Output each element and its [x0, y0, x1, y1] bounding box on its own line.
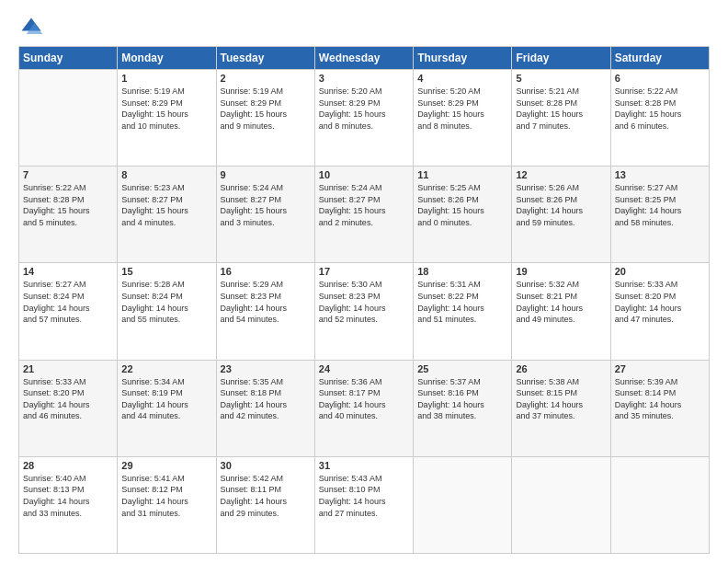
calendar-cell: 22Sunrise: 5:34 AM Sunset: 8:19 PM Dayli…	[118, 360, 216, 456]
calendar-cell: 18Sunrise: 5:31 AM Sunset: 8:22 PM Dayli…	[414, 263, 512, 360]
day-number: 6	[615, 73, 705, 84]
calendar-cell	[512, 456, 610, 553]
day-info: Sunrise: 5:31 AM Sunset: 8:22 PM Dayligh…	[417, 279, 507, 325]
day-info: Sunrise: 5:29 AM Sunset: 8:23 PM Dayligh…	[221, 279, 311, 325]
day-info: Sunrise: 5:24 AM Sunset: 8:27 PM Dayligh…	[221, 182, 311, 228]
day-number: 21	[23, 363, 113, 374]
day-info: Sunrise: 5:34 AM Sunset: 8:19 PM Dayligh…	[121, 376, 211, 422]
day-info: Sunrise: 5:37 AM Sunset: 8:16 PM Dayligh…	[417, 376, 507, 422]
day-info: Sunrise: 5:22 AM Sunset: 8:28 PM Dayligh…	[23, 182, 113, 228]
calendar-cell: 12Sunrise: 5:26 AM Sunset: 8:26 PM Dayli…	[512, 167, 610, 263]
day-number: 8	[121, 169, 211, 180]
day-number: 26	[516, 363, 606, 374]
header	[18, 15, 710, 40]
day-info: Sunrise: 5:24 AM Sunset: 8:27 PM Dayligh…	[319, 182, 409, 228]
calendar-cell: 29Sunrise: 5:41 AM Sunset: 8:12 PM Dayli…	[118, 456, 216, 553]
day-number: 12	[516, 169, 606, 180]
day-number: 5	[516, 73, 606, 84]
day-header-thursday: Thursday	[414, 47, 512, 70]
calendar-cell: 28Sunrise: 5:40 AM Sunset: 8:13 PM Dayli…	[19, 456, 118, 553]
day-number: 18	[417, 266, 507, 277]
day-info: Sunrise: 5:19 AM Sunset: 8:29 PM Dayligh…	[121, 86, 211, 132]
logo-icon	[18, 15, 44, 40]
week-row-1: 1Sunrise: 5:19 AM Sunset: 8:29 PM Daylig…	[19, 70, 710, 167]
day-info: Sunrise: 5:36 AM Sunset: 8:17 PM Dayligh…	[319, 376, 409, 422]
day-number: 29	[121, 460, 211, 471]
calendar-cell: 15Sunrise: 5:28 AM Sunset: 8:24 PM Dayli…	[118, 263, 216, 360]
calendar-cell: 30Sunrise: 5:42 AM Sunset: 8:11 PM Dayli…	[216, 456, 314, 553]
calendar-cell: 21Sunrise: 5:33 AM Sunset: 8:20 PM Dayli…	[19, 360, 118, 456]
header-row: SundayMondayTuesdayWednesdayThursdayFrid…	[19, 47, 710, 70]
day-number: 13	[615, 169, 705, 180]
day-info: Sunrise: 5:20 AM Sunset: 8:29 PM Dayligh…	[417, 86, 507, 132]
day-number: 15	[121, 266, 211, 277]
day-header-friday: Friday	[512, 47, 610, 70]
day-number: 30	[221, 460, 311, 471]
day-info: Sunrise: 5:43 AM Sunset: 8:10 PM Dayligh…	[319, 473, 409, 519]
day-number: 17	[319, 266, 409, 277]
day-info: Sunrise: 5:33 AM Sunset: 8:20 PM Dayligh…	[23, 376, 113, 422]
day-number: 19	[516, 266, 606, 277]
day-info: Sunrise: 5:35 AM Sunset: 8:18 PM Dayligh…	[221, 376, 311, 422]
calendar-cell: 8Sunrise: 5:23 AM Sunset: 8:27 PM Daylig…	[118, 167, 216, 263]
day-number: 11	[417, 169, 507, 180]
day-header-wednesday: Wednesday	[314, 47, 413, 70]
day-info: Sunrise: 5:32 AM Sunset: 8:21 PM Dayligh…	[516, 279, 606, 325]
calendar-cell: 5Sunrise: 5:21 AM Sunset: 8:28 PM Daylig…	[512, 70, 610, 167]
calendar-cell: 1Sunrise: 5:19 AM Sunset: 8:29 PM Daylig…	[118, 70, 216, 167]
day-number: 14	[23, 266, 113, 277]
calendar-cell: 23Sunrise: 5:35 AM Sunset: 8:18 PM Dayli…	[216, 360, 314, 456]
day-number: 16	[221, 266, 311, 277]
day-number: 10	[319, 169, 409, 180]
week-row-2: 7Sunrise: 5:22 AM Sunset: 8:28 PM Daylig…	[19, 167, 710, 263]
day-info: Sunrise: 5:28 AM Sunset: 8:24 PM Dayligh…	[121, 279, 211, 325]
day-number: 20	[615, 266, 705, 277]
calendar-cell: 24Sunrise: 5:36 AM Sunset: 8:17 PM Dayli…	[314, 360, 413, 456]
calendar-cell: 10Sunrise: 5:24 AM Sunset: 8:27 PM Dayli…	[314, 167, 413, 263]
day-number: 4	[417, 73, 507, 84]
day-info: Sunrise: 5:19 AM Sunset: 8:29 PM Dayligh…	[221, 86, 311, 132]
day-info: Sunrise: 5:23 AM Sunset: 8:27 PM Dayligh…	[121, 182, 211, 228]
calendar-cell: 31Sunrise: 5:43 AM Sunset: 8:10 PM Dayli…	[314, 456, 413, 553]
day-info: Sunrise: 5:41 AM Sunset: 8:12 PM Dayligh…	[121, 473, 211, 519]
calendar-cell: 16Sunrise: 5:29 AM Sunset: 8:23 PM Dayli…	[216, 263, 314, 360]
page: SundayMondayTuesdayWednesdayThursdayFrid…	[0, 0, 728, 563]
day-info: Sunrise: 5:21 AM Sunset: 8:28 PM Dayligh…	[516, 86, 606, 132]
day-info: Sunrise: 5:40 AM Sunset: 8:13 PM Dayligh…	[23, 473, 113, 519]
calendar-cell	[414, 456, 512, 553]
day-header-saturday: Saturday	[610, 47, 709, 70]
calendar-cell: 20Sunrise: 5:33 AM Sunset: 8:20 PM Dayli…	[610, 263, 709, 360]
calendar-cell: 27Sunrise: 5:39 AM Sunset: 8:14 PM Dayli…	[610, 360, 709, 456]
day-info: Sunrise: 5:25 AM Sunset: 8:26 PM Dayligh…	[417, 182, 507, 228]
calendar-cell: 26Sunrise: 5:38 AM Sunset: 8:15 PM Dayli…	[512, 360, 610, 456]
day-number: 23	[221, 363, 311, 374]
calendar-cell: 25Sunrise: 5:37 AM Sunset: 8:16 PM Dayli…	[414, 360, 512, 456]
day-header-monday: Monday	[118, 47, 216, 70]
day-header-tuesday: Tuesday	[216, 47, 314, 70]
calendar-cell	[19, 70, 118, 167]
day-number: 28	[23, 460, 113, 471]
day-number: 31	[319, 460, 409, 471]
day-number: 9	[221, 169, 311, 180]
day-number: 7	[23, 169, 113, 180]
day-info: Sunrise: 5:33 AM Sunset: 8:20 PM Dayligh…	[615, 279, 705, 325]
day-header-sunday: Sunday	[19, 47, 118, 70]
calendar-cell: 13Sunrise: 5:27 AM Sunset: 8:25 PM Dayli…	[610, 167, 709, 263]
week-row-3: 14Sunrise: 5:27 AM Sunset: 8:24 PM Dayli…	[19, 263, 710, 360]
calendar-cell: 3Sunrise: 5:20 AM Sunset: 8:29 PM Daylig…	[314, 70, 413, 167]
week-row-5: 28Sunrise: 5:40 AM Sunset: 8:13 PM Dayli…	[19, 456, 710, 553]
day-number: 2	[221, 73, 311, 84]
calendar-cell: 11Sunrise: 5:25 AM Sunset: 8:26 PM Dayli…	[414, 167, 512, 263]
day-number: 24	[319, 363, 409, 374]
day-number: 1	[121, 73, 211, 84]
day-info: Sunrise: 5:30 AM Sunset: 8:23 PM Dayligh…	[319, 279, 409, 325]
logo	[18, 15, 48, 40]
day-info: Sunrise: 5:38 AM Sunset: 8:15 PM Dayligh…	[516, 376, 606, 422]
day-info: Sunrise: 5:20 AM Sunset: 8:29 PM Dayligh…	[319, 86, 409, 132]
calendar-cell: 14Sunrise: 5:27 AM Sunset: 8:24 PM Dayli…	[19, 263, 118, 360]
calendar-table: SundayMondayTuesdayWednesdayThursdayFrid…	[18, 46, 710, 554]
day-info: Sunrise: 5:39 AM Sunset: 8:14 PM Dayligh…	[615, 376, 705, 422]
day-number: 27	[615, 363, 705, 374]
day-info: Sunrise: 5:27 AM Sunset: 8:24 PM Dayligh…	[23, 279, 113, 325]
calendar-cell: 9Sunrise: 5:24 AM Sunset: 8:27 PM Daylig…	[216, 167, 314, 263]
